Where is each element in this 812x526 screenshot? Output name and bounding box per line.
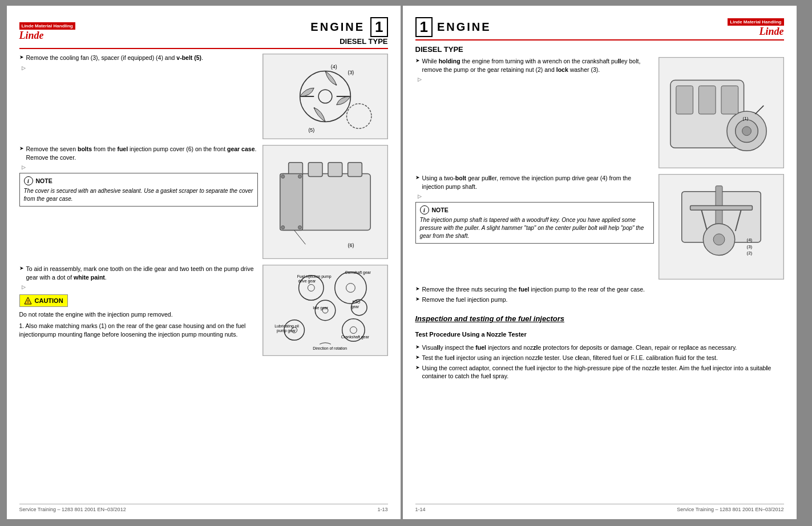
right-brand-logo: Linde (760, 26, 784, 37)
right-direction-arrow-1: ▷ (418, 76, 422, 82)
test-instructions-list: Visually inspect the fuel injectors and … (415, 343, 784, 382)
right-instruction-text-1: While holding the engine from turning wi… (415, 57, 654, 168)
right-title-area: 1 ENGINE (415, 17, 491, 37)
svg-text:(1): (1) (742, 116, 748, 121)
svg-text:gear: gear (351, 305, 359, 309)
right-engine-image-1: (1) (659, 57, 784, 168)
svg-rect-55 (721, 86, 738, 114)
right-logo-area: Linde Material Handling Linde (728, 18, 783, 37)
right-bullet-2: Using a two-bolt gear puller, remove the… (415, 174, 654, 191)
engine-image-1: (4) (3) (5) (262, 54, 388, 139)
image-col-2: (6) (262, 145, 388, 259)
svg-point-19 (298, 175, 301, 178)
right-engine-diagram-2: (4) (3) (2) (659, 175, 783, 279)
right-last-instructions: Remove the three nuts securing the fuel … (415, 285, 784, 305)
bullet-1: Remove the cooling fan (3), spacer (if e… (19, 54, 258, 62)
svg-text:(4): (4) (746, 237, 752, 242)
subsection-heading-nozzle: Test Procedure Using a Nozzle Tester (415, 331, 784, 338)
left-page: Linde Material Handling Linde ENGINE 1 D… (7, 6, 401, 519)
right-engine-image-2: (4) (3) (2) (659, 174, 784, 280)
svg-text:!: ! (27, 299, 29, 304)
test-bullet-text-2: Test the fuel injector using an injectio… (422, 354, 718, 362)
caution-triangle-icon: ! (24, 297, 32, 305)
svg-rect-0 (263, 54, 387, 139)
diesel-type-label: DIESEL TYPE (310, 37, 387, 46)
svg-text:pump gear: pump gear (277, 329, 296, 333)
svg-text:Lubricating oil: Lubricating oil (274, 324, 299, 329)
right-engine-label: ENGINE (437, 21, 491, 34)
right-instruction-text-2: Using a two-bolt gear puller, remove the… (415, 174, 654, 280)
right-footer: 1-14 Service Training – 1283 801 2001 EN… (415, 504, 784, 512)
test-bullet-3: Using the correct adaptor, connect the f… (415, 364, 784, 381)
note-icon-1: i (24, 176, 33, 185)
svg-rect-14 (308, 163, 322, 177)
left-logo-area: Linde Material Handling Linde (19, 22, 75, 41)
instruction-text-3: To aid in reassembly, mark one tooth on … (19, 265, 258, 356)
right-bullet-text-2: Using a two-bolt gear puller, remove the… (422, 174, 654, 191)
right-page: 1 ENGINE Linde Material Handling Linde D… (403, 6, 797, 519)
gear-diagram: Fuel injection pump drive gear Camshaft … (263, 265, 387, 355)
engine-diagram-1: (4) (3) (5) (263, 54, 387, 139)
note-header-1: i NOTE (24, 176, 253, 185)
svg-rect-61 (690, 205, 752, 210)
instruction-block-3: To aid in reassembly, mark one tooth on … (19, 265, 388, 356)
svg-point-20 (298, 226, 301, 229)
left-page-header: Linde Material Handling Linde ENGINE 1 D… (19, 17, 388, 49)
svg-rect-16 (348, 163, 362, 177)
right-bullet-4: Remove the fuel injection pump. (415, 296, 784, 304)
svg-point-18 (281, 175, 284, 178)
test-bullet-1: Visually inspect the fuel injectors and … (415, 343, 784, 352)
bullet-text-3: To aid in reassembly, mark one tooth on … (26, 265, 258, 281)
right-instruction-block-1: While holding the engine from turning wi… (415, 57, 784, 168)
right-bullet-text-3: Remove the three nuts securing the fuel … (422, 285, 645, 294)
instruction-block-2: Remove the seven bolts from the fuel inj… (19, 145, 388, 259)
instruction-text-2: Remove the seven bolts from the fuel inj… (19, 145, 258, 259)
section-heading-fuel-injectors: Inspection and testing of the fuel injec… (415, 314, 784, 323)
bullet-2: Remove the seven bolts from the fuel inj… (19, 145, 258, 161)
test-bullet-2: Test the fuel injector using an injectio… (415, 354, 784, 362)
svg-text:drive gear: drive gear (298, 279, 316, 284)
image-col-3: Fuel injection pump drive gear Camshaft … (262, 265, 388, 356)
svg-text:(6): (6) (348, 242, 354, 248)
numbered-item-1: 1. Also make matching marks (1) on the r… (19, 322, 258, 338)
image-col-1: (4) (3) (5) (262, 54, 388, 139)
right-company-name: Linde Material Handling (728, 18, 783, 26)
right-image-col-1: (1) (659, 57, 784, 168)
note-label-1: NOTE (36, 177, 52, 184)
document-spread: Linde Material Handling Linde ENGINE 1 D… (7, 6, 806, 519)
brand-logo: Linde (19, 30, 44, 41)
caution-box: ! CAUTION (19, 294, 68, 307)
direction-arrow-3: ▷ (22, 284, 26, 290)
right-note-header: i NOTE (420, 205, 649, 215)
svg-rect-26 (263, 265, 387, 355)
right-engine-number: 1 (415, 17, 433, 37)
svg-text:Idle gear: Idle gear (313, 306, 329, 310)
svg-text:(2): (2) (746, 250, 752, 256)
left-footer: Service Training – 1283 801 2001 EN–03/2… (19, 504, 388, 512)
svg-rect-53 (676, 86, 693, 114)
svg-rect-54 (698, 86, 716, 114)
test-bullet-text-3: Using the correct adaptor, connect the f… (422, 364, 784, 381)
svg-text:PTO: PTO (352, 300, 361, 304)
right-bullet-1: While holding the engine from turning wi… (415, 57, 654, 74)
right-direction-arrow-2: ▷ (418, 193, 422, 199)
right-note-text: The injection pump shaft is tapered with… (420, 216, 649, 240)
svg-text:(3): (3) (746, 244, 752, 249)
right-bullet-3: Remove the three nuts securing the fuel … (415, 285, 784, 294)
svg-text:Fuel injection pump: Fuel injection pump (297, 274, 331, 279)
bullet-text-1: Remove the cooling fan (3), spacer (if e… (26, 54, 204, 62)
right-diesel-type: DIESEL TYPE (415, 45, 784, 54)
right-note-icon: i (420, 205, 429, 215)
company-name: Linde Material Handling (19, 22, 75, 30)
right-note-box: i NOTE The injection pump shaft is taper… (415, 202, 654, 244)
engine-label: ENGINE (310, 21, 365, 34)
bullet-3: To aid in reassembly, mark one tooth on … (19, 265, 258, 281)
svg-rect-15 (328, 163, 342, 177)
footer-left-text: Service Training – 1283 801 2001 EN–03/2… (19, 507, 126, 512)
svg-text:(4): (4) (330, 64, 337, 70)
engine-image-2: (6) (262, 145, 388, 259)
caution-label: CAUTION (35, 297, 63, 304)
svg-text:Direction of rotation: Direction of rotation (313, 346, 347, 350)
right-note-label: NOTE (432, 207, 449, 213)
engine-number: 1 (370, 17, 387, 37)
